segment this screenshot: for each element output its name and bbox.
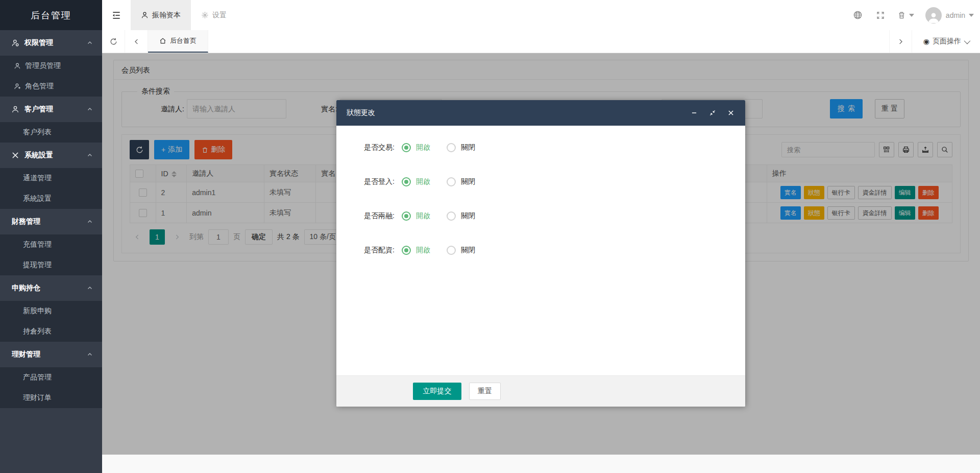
radio-unselected-icon (447, 177, 456, 186)
sidebar-item-channel-manage[interactable]: 通道管理 (0, 168, 102, 188)
page-operations-label: 页面操作 (933, 37, 961, 46)
sidebar-section-label: 客户管理 (24, 105, 53, 114)
tabbar-right: ◉ 页面操作 (889, 30, 980, 53)
radio-trade-on[interactable]: 開啟 (402, 143, 430, 152)
chevron-up-icon (87, 106, 93, 112)
sidebar-item-admin-manage[interactable]: 管理员管理 (0, 56, 102, 76)
sidebar-item-withdraw-manage[interactable]: 提现管理 (0, 255, 102, 275)
restore-icon[interactable] (708, 109, 717, 117)
status-change-modal: 狀態更改 是否交易: (336, 100, 745, 407)
sidebar-item-customer-list[interactable]: 客户列表 (0, 122, 102, 143)
sidebar-item-label: 通道管理 (23, 174, 52, 183)
scroll-tabs-right-button[interactable] (889, 30, 912, 53)
sidebar-item-system-settings[interactable]: 系統設置 (0, 188, 102, 209)
sidebar-item-label: 提现管理 (23, 261, 52, 270)
sidebar-item-label: 持倉列表 (23, 327, 52, 336)
language-globe-button[interactable] (847, 0, 869, 30)
sidebar-item-label: 产品管理 (23, 373, 52, 382)
sidebar: 后台管理 权限管理 管理员管理 角色管理 (0, 0, 102, 473)
radio-allocation-on[interactable]: 開啟 (402, 246, 430, 255)
page-tabbar: 后台首页 ◉ 页面操作 (102, 30, 980, 53)
user-gear-icon (11, 39, 19, 47)
caret-down-icon (909, 14, 914, 17)
sidebar-item-label: 角色管理 (25, 82, 54, 91)
sidebar-section-label: 申购持仓 (12, 283, 40, 293)
modal-footer: 立即提交 重置 (336, 375, 745, 407)
header-tab-label: 振翰资本 (152, 11, 181, 20)
close-icon[interactable] (727, 109, 735, 117)
radio-unselected-icon (447, 211, 456, 221)
collapse-sidebar-button[interactable] (102, 0, 131, 30)
sidebar-section-permissions[interactable]: 权限管理 (0, 30, 102, 56)
modal-body: 是否交易: 開啟 關閉 是否登入: 開啟 關閉 是否兩融: 開啟 關閉 (336, 126, 745, 375)
chevron-up-icon (87, 152, 93, 158)
refresh-tab-button[interactable] (102, 30, 125, 53)
caret-down-icon[interactable] (969, 14, 974, 17)
top-header: 振翰资本 设置 admin (102, 0, 980, 30)
clear-cache-button[interactable] (892, 0, 920, 30)
sidebar-item-label: 理财订单 (23, 393, 52, 403)
sidebar-item-product-manage[interactable]: 产品管理 (0, 367, 102, 388)
scroll-tabs-left-button[interactable] (125, 30, 148, 53)
header-tab-settings[interactable]: 设置 (191, 0, 237, 30)
sidebar-submenu: 客户列表 (0, 122, 102, 143)
dot-circle-icon: ◉ (923, 37, 929, 45)
radio-selected-icon (402, 177, 411, 186)
sidebar-section-label: 系統設置 (24, 151, 53, 160)
radio-login-off[interactable]: 關閉 (447, 177, 475, 186)
sidebar-item-recharge-manage[interactable]: 充值管理 (0, 234, 102, 255)
sidebar-item-ipo-subscribe[interactable]: 新股申购 (0, 301, 102, 321)
sidebar-item-label: 充值管理 (23, 240, 52, 249)
radio-login-on[interactable]: 開啟 (402, 177, 430, 186)
radio-selected-icon (402, 143, 411, 152)
radio-unselected-icon (447, 143, 456, 152)
sidebar-item-position-list[interactable]: 持倉列表 (0, 321, 102, 342)
sidebar-item-label: 客户列表 (23, 128, 52, 137)
user-outline-icon (11, 105, 19, 113)
sidebar-item-role-manage[interactable]: 角色管理 (0, 76, 102, 97)
submit-button[interactable]: 立即提交 (413, 383, 461, 400)
header-tab-company[interactable]: 振翰资本 (131, 0, 191, 30)
radio-trade-off[interactable]: 關閉 (447, 143, 475, 152)
radio-margin-off[interactable]: 關閉 (447, 211, 475, 221)
fullscreen-button[interactable] (869, 0, 892, 30)
sidebar-section-finance[interactable]: 財務管理 (0, 209, 102, 234)
page-operations-dropdown[interactable]: ◉ 页面操作 (912, 30, 980, 53)
minimize-icon[interactable] (690, 109, 698, 117)
gear-icon (201, 11, 209, 19)
sidebar-section-subscription[interactable]: 申购持仓 (0, 275, 102, 301)
sidebar-section-label: 財務管理 (12, 217, 40, 226)
sidebar-section-system[interactable]: 系統設置 (0, 143, 102, 168)
sidebar-section-label: 权限管理 (24, 38, 53, 48)
radio-selected-icon (402, 246, 411, 255)
header-right-tools: admin (847, 0, 980, 30)
chevron-down-icon (964, 37, 971, 44)
radio-allocation-off[interactable]: 關閉 (447, 246, 475, 255)
modal-title: 狀態更改 (347, 108, 375, 117)
sidebar-submenu: 管理员管理 角色管理 (0, 56, 102, 97)
sidebar-item-wealth-orders[interactable]: 理财订单 (0, 388, 102, 408)
sidebar-submenu: 通道管理 系統設置 (0, 168, 102, 209)
radio-margin-on[interactable]: 開啟 (402, 211, 430, 221)
user-arrow-icon (14, 83, 21, 90)
avatar[interactable] (925, 7, 942, 23)
chevron-up-icon (87, 285, 93, 291)
sidebar-section-customers[interactable]: 客户管理 (0, 97, 102, 122)
field-label: 是否兩融: (336, 211, 402, 221)
username[interactable]: admin (946, 11, 965, 19)
sidebar-submenu: 产品管理 理财订单 (0, 367, 102, 408)
field-label: 是否登入: (336, 177, 402, 186)
sidebar-submenu: 充值管理 提现管理 (0, 234, 102, 275)
user-icon (141, 11, 149, 19)
chevron-up-icon (87, 219, 93, 225)
modal-header[interactable]: 狀態更改 (336, 100, 745, 126)
content-frame: 会员列表 条件搜索 邀請人: 實名: 搜索 重置 (102, 53, 980, 455)
page-footer-strip (102, 455, 980, 473)
form-row-margin: 是否兩融: 開啟 關閉 (336, 206, 745, 226)
header-tab-label: 设置 (212, 11, 227, 20)
tab-home[interactable]: 后台首页 (148, 30, 208, 53)
modal-reset-button[interactable]: 重置 (469, 383, 501, 400)
app-root: 后台管理 权限管理 管理员管理 角色管理 (0, 0, 980, 473)
form-row-allocation: 是否配資: 開啟 關閉 (336, 241, 745, 260)
sidebar-section-wealth[interactable]: 理财管理 (0, 342, 102, 367)
